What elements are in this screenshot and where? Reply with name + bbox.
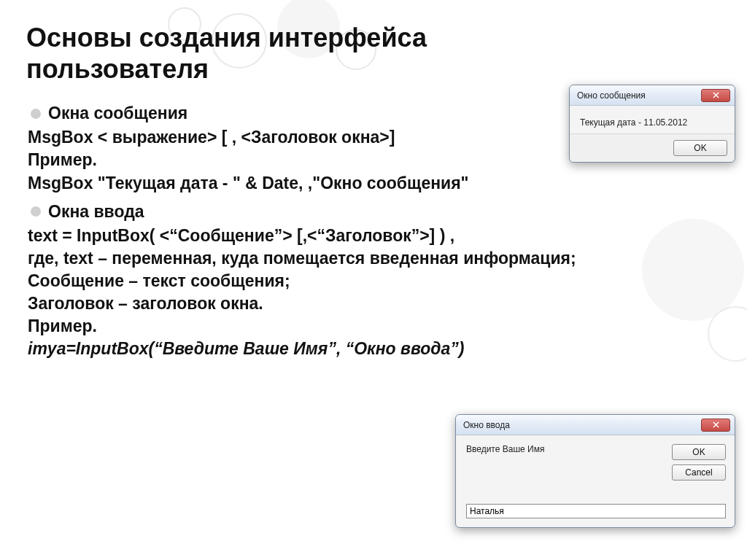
msgbox-title: Окно сообщения [577, 90, 701, 101]
ok-button[interactable]: OK [672, 444, 726, 460]
close-icon[interactable] [701, 89, 730, 102]
close-icon[interactable] [701, 419, 730, 432]
msgbox-dialog: Окно сообщения Текущая дата - 11.05.2012… [569, 85, 735, 163]
slide-title: Основы создания интерфейса пользователя [26, 22, 581, 85]
inputbox-prompt: Введите Ваше Имя [466, 444, 665, 481]
inputbox-dialog: Окно ввода Введите Ваше Имя OK Cancel [455, 414, 735, 528]
ok-button[interactable]: OK [673, 140, 727, 156]
msgbox-titlebar: Окно сообщения [570, 85, 735, 106]
inputbox-title: Окно ввода [463, 420, 701, 430]
section2-line4: Заголовок – заголовок окна. [28, 292, 729, 315]
inputbox-titlebar: Окно ввода [456, 415, 735, 435]
section1-line3: MsgBox "Текущая дата - " & Date, ,"Окно … [28, 172, 729, 195]
section2-line6: imya=InputBox(“Введите Ваше Имя”, “Окно … [28, 338, 729, 360]
inputbox-textfield[interactable] [466, 504, 726, 518]
msgbox-footer: OK [570, 133, 735, 162]
section2-heading: Окна ввода [48, 201, 144, 223]
bullet-icon [31, 109, 41, 119]
msgbox-body: Текущая дата - 11.05.2012 [570, 106, 735, 133]
cancel-button[interactable]: Cancel [672, 464, 726, 481]
section2-line5: Пример. [28, 315, 729, 338]
section2-line2: где, text – переменная, куда помещается … [28, 247, 729, 270]
section2-line3: Сообщение – текст сообщения; [28, 270, 729, 292]
section1-heading: Окна сообщения [48, 102, 187, 125]
section2-line1: text = InputBox( <“Сообщение”> [,<“Загол… [28, 225, 729, 247]
bullet-icon [31, 206, 41, 217]
